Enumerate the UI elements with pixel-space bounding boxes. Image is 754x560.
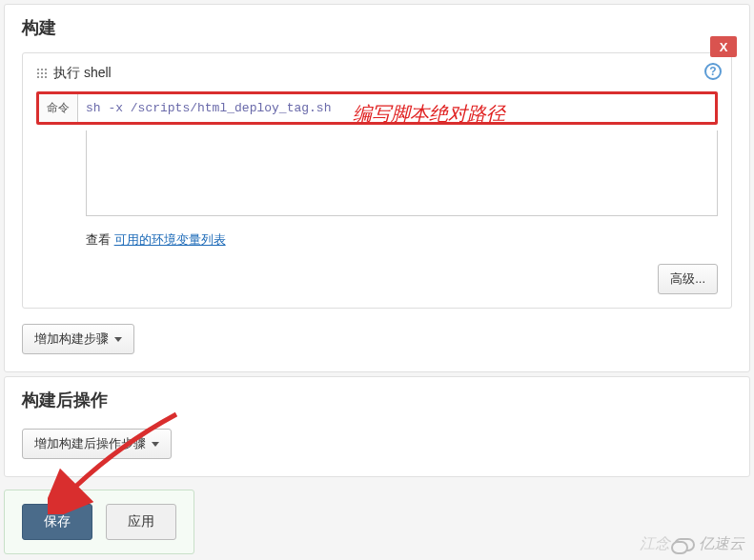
close-button[interactable]: X [710,36,737,57]
add-build-step-button[interactable]: 增加构建步骤 [22,324,134,354]
apply-button[interactable]: 应用 [106,504,176,540]
command-label: 命令 [39,94,78,122]
drag-grip-icon[interactable] [36,68,48,79]
watermark-prefix: 江念 [640,534,670,554]
hint-row: 查看 可用的环境变量列表 [86,231,718,249]
env-vars-link[interactable]: 可用的环境变量列表 [114,232,226,247]
chevron-down-icon [152,442,159,447]
add-post-build-step-button[interactable]: 增加构建后操作步骤 [22,429,172,459]
bottom-action-bar: 保存 应用 [4,490,194,554]
build-title: 构建 [22,16,732,39]
shell-step-box: X ? 执行 shell 命令 查看 可用的环境变量列表 高级... [22,52,732,309]
build-section: 构建 X ? 执行 shell 命令 查看 可用的环境变量列表 高级... 增加… [4,4,750,372]
command-textarea[interactable] [86,130,718,216]
add-post-build-step-label: 增加构建后操作步骤 [34,435,146,452]
advanced-button-label: 高级... [670,270,705,288]
watermark-text: 亿速云 [699,534,744,554]
add-build-step-label: 增加构建步骤 [34,330,109,348]
chevron-down-icon [114,337,122,342]
hint-prefix: 查看 [86,232,114,247]
advanced-button[interactable]: 高级... [658,264,718,294]
watermark: 江念 亿速云 [640,534,744,554]
command-row: 命令 [36,91,718,125]
post-build-title: 构建后操作 [22,389,732,411]
help-icon[interactable]: ? [704,63,722,80]
command-input[interactable] [78,94,715,122]
shell-step-label: 执行 shell [53,65,112,82]
save-button[interactable]: 保存 [22,504,92,540]
cloud-icon [674,538,695,551]
shell-step-header: 执行 shell [36,65,718,82]
post-build-section: 构建后操作 增加构建后操作步骤 [4,376,750,477]
